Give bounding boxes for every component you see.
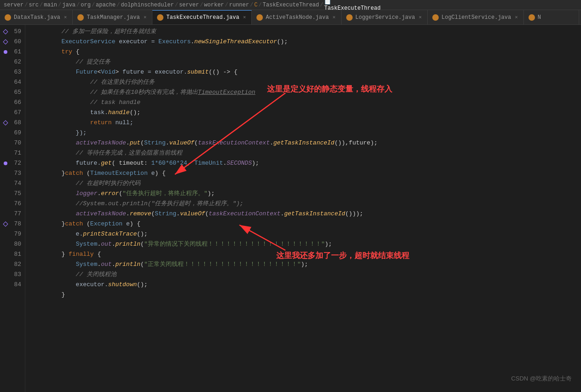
breadcrumb-java[interactable]: java [62,2,76,8]
tab-icon-logger [346,14,353,21]
breadcrumb-server2[interactable]: server [179,2,199,8]
gutter-line-64: 64 [0,77,25,87]
gutter-line-70: 70 [0,138,25,148]
tab-label-taskexecute: TaskExecuteThread.java [166,14,239,21]
tab-icon-dataxtask [5,14,11,21]
tab-label-logclient: LogClientService.java [442,14,511,21]
gutter-line-80: 80 [0,239,25,249]
breadcrumb-c-icon: C [254,2,257,8]
gutter-line-69: 69 [0,128,25,138]
editor-area: 59 60 61 62 63 64 65 66 67 68 69 70 71 7… [0,25,581,392]
gutter-line-74: 74 [0,179,25,189]
breadcrumb-src[interactable]: src [29,2,39,8]
close-logclient[interactable]: × [514,15,519,20]
tab-label-activetask: ActiveTaskNode.java [266,14,329,21]
code-line-76: //System.out.println("任务执行超时，将终止程序。"); [33,199,581,209]
code-line-72: future.get( timeout: 1*60*60*24, TimeUni… [33,158,581,168]
gutter-line-71: 71 [0,148,25,158]
code-line-82: System.out.println("正常关闭线程！！！！！！！！！！！！！！… [33,259,581,270]
code-line-59: // 多加一层保险，超时任务就结束 [33,27,581,37]
code-line-74: // 在超时时执行的代码 [33,179,581,189]
breadcrumb-org[interactable]: org [81,2,91,8]
gutter-line-60: 60 [0,37,25,47]
breadcrumb-dolphin[interactable]: dolphinscheduler [121,2,174,8]
tab-activetasknode[interactable]: ActiveTaskNode.java × [252,10,341,24]
line-number-gutter: 59 60 61 62 63 64 65 66 67 68 69 70 71 7… [0,25,25,392]
code-line-85: } [33,290,581,300]
gutter-line-67: 67 [0,108,25,118]
code-line-69: }); [33,128,581,138]
code-line-84: executor.shutdown(); [33,280,581,290]
code-line-66: // task handle [33,98,581,108]
tab-icon-logclient [432,14,439,21]
tab-icon-taskexecute [157,14,163,21]
gutter-line-61: 61 [0,47,25,57]
breadcrumb-worker[interactable]: worker [204,2,224,8]
gutter-line-83: 83 [0,270,25,280]
gutter-line-65: 65 [0,87,25,98]
csdn-watermark: CSDN @吃素的哈士奇 [511,375,572,383]
code-line-77: activeTaskNode.remove(String.valueOf(tas… [33,209,581,219]
tab-logclientservice[interactable]: LogClientService.java × [428,10,524,24]
breadcrumb-taskexecute[interactable]: TaskExecuteThread [263,2,319,8]
gutter-line-84: 84 [0,280,25,290]
code-line-73: }catch (TimeoutException e) { [33,168,581,179]
gutter-line-78: 78 [0,219,25,229]
tab-bar: DataxTask.java × TaskManager.java × Task… [0,10,581,25]
breadcrumb-main[interactable]: main [44,2,57,8]
breadcrumb-runner[interactable]: runner [229,2,249,8]
tab-label-taskmanager: TaskManager.java [87,14,139,21]
code-line-83: // 关闭线程池 [33,270,581,280]
gutter-line-59: 59 [0,27,25,37]
gutter-line-82: 82 [0,259,25,270]
tab-icon-taskmanager [77,14,84,21]
gutter-line-79: 79 [0,229,25,239]
code-line-71: // 等待任务完成，这里会阻塞当前线程 [33,148,581,158]
code-line-78: }catch (Exception e) { [33,219,581,229]
close-taskmanager[interactable]: × [143,15,148,20]
gutter-line-81: 81 [0,249,25,259]
tab-loggerservice[interactable]: LoggerService.java × [342,10,428,24]
code-line-65: // 如果任务在10秒内没有完成，将抛出TimeoutException [33,87,581,98]
breadcrumb: server / src / main / java / org / apach… [0,0,581,10]
close-activetask[interactable]: × [331,15,337,20]
tab-icon-n [529,14,535,21]
code-line-63: Future<Void> future = executor.submit(()… [33,67,581,77]
close-dataxtask[interactable]: × [63,15,68,20]
tab-taskmanager[interactable]: TaskManager.java × [73,10,152,24]
tab-dataxtask[interactable]: DataxTask.java × [0,10,73,24]
gutter-line-68: 68 [0,118,25,128]
tab-n[interactable]: N [524,10,579,24]
code-line-60: ExecutorService executor = Executors.new… [33,37,581,47]
breadcrumb-apache[interactable]: apache [96,2,116,8]
code-line-62: // 提交任务 [33,57,581,67]
gutter-line-63: 63 [0,67,25,77]
code-line-81: } finally { [33,249,581,259]
code-line-80: System.out.println("异常的情况下关闭线程！！！！！！！！！！… [33,239,581,249]
tab-taskexecutethread[interactable]: TaskExecuteThread.java × [152,10,252,24]
close-logger[interactable]: × [418,15,423,20]
gutter-line-62: 62 [0,57,25,67]
gutter-line-77: 77 [0,209,25,219]
gutter-line-73: 73 [0,168,25,179]
gutter-line-76: 76 [0,199,25,209]
tab-label-dataxtask: DataxTask.java [14,14,60,21]
code-line-79: e.printStackTrace(); [33,229,581,239]
tab-icon-activetask [256,14,263,21]
code-line-68: return null; [33,118,581,128]
code-line-67: task.handle(); [33,108,581,118]
code-line-75: logger.error("任务执行超时，将终止程序。"); [33,189,581,199]
tab-label-n: N [538,14,541,21]
code-editor[interactable]: // 多加一层保险，超时任务就结束 ExecutorService execut… [25,25,581,392]
breadcrumb-server[interactable]: server [4,2,23,8]
code-line-70: activeTaskNode.put(String.valueOf(taskEx… [33,138,581,148]
gutter-line-66: 66 [0,98,25,108]
close-taskexecute[interactable]: × [242,15,247,20]
tab-label-logger: LoggerService.java [355,14,415,21]
code-line-64: // 在这里执行你的任务 [33,77,581,87]
code-line-61: try { [33,47,581,57]
gutter-line-72: 72 [0,158,25,168]
gutter-line-75: 75 [0,189,25,199]
